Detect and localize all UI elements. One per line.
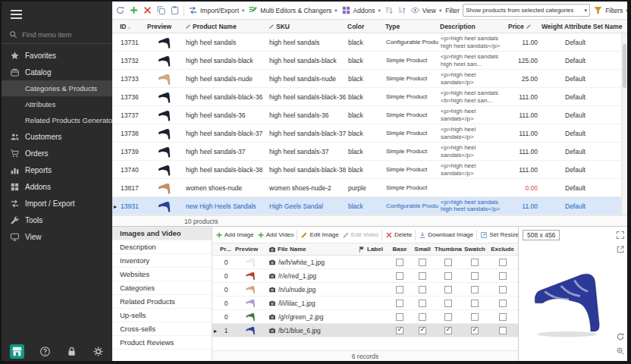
thumbnail-checkbox[interactable] [444, 286, 452, 293]
small-checkbox[interactable] [419, 259, 426, 266]
thumbnail-checkbox[interactable] [444, 327, 452, 334]
detail-tab[interactable]: Related Products [112, 295, 212, 309]
refresh-button[interactable] [115, 5, 125, 15]
delete-image-button[interactable]: Delete [385, 231, 412, 239]
table-row[interactable]: 13732 high heel sandals-black high heel … [112, 52, 627, 70]
thumbnail-checkbox[interactable] [444, 300, 452, 307]
column-header-color[interactable]: Color [346, 23, 384, 30]
column-header-position[interactable]: Pr... [218, 246, 234, 253]
table-row[interactable]: 13931 new High Heels Sandals High Geels … [112, 197, 627, 215]
delete-product-button[interactable] [143, 5, 152, 15]
small-checkbox[interactable] [419, 313, 426, 321]
column-header-small[interactable]: Small [411, 246, 434, 253]
add-video-button[interactable]: Add Video [257, 231, 294, 239]
lock-icon[interactable] [66, 346, 77, 357]
swatch-checkbox[interactable] [471, 259, 479, 266]
fullscreen-icon[interactable] [616, 231, 625, 240]
view-menu[interactable]: View [410, 5, 442, 15]
swatch-checkbox[interactable] [471, 327, 479, 334]
base-checkbox[interactable] [396, 300, 403, 307]
image-row[interactable]: 0 /l/i/lilac_1.jpg [212, 297, 518, 310]
add-image-button[interactable]: Add Image [215, 231, 254, 239]
set-resize-rule-button[interactable]: Set Resize Rule [480, 231, 518, 239]
sort-descending-button[interactable] [397, 6, 407, 15]
vertical-scrollbar[interactable] [621, 33, 627, 215]
thumbnail-checkbox[interactable] [444, 259, 452, 266]
detail-tab[interactable]: Images and Video [112, 227, 212, 240]
column-header-swatch[interactable]: Swatch [463, 246, 487, 253]
table-row[interactable]: 13739 high heel sandals-37 high heel san… [112, 143, 627, 161]
image-row[interactable]: 0 /n/u/nude.jpg [212, 283, 518, 297]
base-checkbox[interactable] [396, 272, 403, 280]
swatch-checkbox[interactable] [471, 286, 479, 293]
small-checkbox[interactable] [419, 327, 426, 334]
thumbnail-checkbox[interactable] [444, 272, 452, 280]
multi-editors-menu[interactable]: Multi Editors & Changers [248, 5, 337, 15]
hamburger-menu-icon[interactable] [2, 2, 112, 26]
scrollbar-thumb[interactable] [623, 44, 626, 88]
add-product-button[interactable] [129, 5, 139, 15]
import-export-menu[interactable]: Import/Export [188, 5, 244, 15]
category-filter-select[interactable]: Show products from selected categories [463, 4, 590, 17]
detail-tab[interactable]: Product Reviews [112, 336, 212, 350]
edit-image-button[interactable]: Edit Image [300, 231, 338, 239]
column-header-id[interactable]: ID [118, 23, 146, 30]
column-header-attribute-set[interactable]: Attribute Set Name [563, 23, 627, 30]
table-row[interactable]: 13738 high heel sandals-black-37 high he… [112, 124, 627, 143]
table-row[interactable]: 13740 high heel sandals-black-38 high he… [112, 161, 627, 179]
table-row[interactable]: 13733 high heel sandals-nude high heel s… [112, 70, 627, 88]
exclude-checkbox[interactable] [499, 259, 507, 266]
exclude-checkbox[interactable] [499, 300, 507, 307]
column-header-type[interactable]: Type [384, 23, 438, 30]
column-header-label[interactable]: Label [356, 246, 388, 253]
swatch-checkbox[interactable] [471, 313, 479, 321]
copy-button[interactable] [156, 5, 166, 15]
edit-video-button[interactable]: Edit Video [342, 231, 378, 239]
paste-button[interactable] [170, 5, 180, 15]
sidebar-item[interactable]: Catalog [2, 64, 112, 80]
menu-search-input[interactable] [22, 30, 105, 39]
detail-tab[interactable]: Description [112, 240, 212, 254]
base-checkbox[interactable] [396, 286, 403, 293]
sidebar-item[interactable]: Orders [2, 145, 112, 162]
help-icon[interactable] [39, 346, 51, 357]
sidebar-item[interactable]: Favorites [2, 47, 112, 64]
table-row[interactable]: 13737 high heel sandals-36 high heel san… [112, 106, 627, 124]
image-row[interactable]: 0 /r/e/red_1.jpg [212, 269, 518, 283]
sidebar-item[interactable]: View [2, 228, 112, 245]
store-icon[interactable] [10, 344, 24, 359]
column-header-weight[interactable]: Weight [540, 23, 563, 30]
detail-tab[interactable]: Websites [112, 268, 212, 281]
column-header-file-name[interactable]: File Name [267, 246, 356, 253]
small-checkbox[interactable] [419, 286, 426, 293]
exclude-checkbox[interactable] [499, 313, 507, 321]
sidebar-item[interactable]: Customers [2, 128, 112, 145]
addons-menu[interactable]: Addons [341, 5, 381, 15]
column-header-sku[interactable]: SKU [267, 23, 346, 30]
thumbnail-checkbox[interactable] [444, 313, 452, 321]
exclude-checkbox[interactable] [499, 327, 507, 334]
exclude-checkbox[interactable] [499, 286, 507, 293]
image-row[interactable]: 0 /g/r/green_2.jpg [212, 310, 518, 324]
table-row[interactable]: 13817 women shoes-nude women shoes-nude-… [112, 179, 627, 197]
detail-tab[interactable]: Cross-sells [112, 322, 212, 336]
base-checkbox[interactable] [396, 327, 403, 334]
detail-tab[interactable]: Up-sells [112, 309, 212, 322]
small-checkbox[interactable] [419, 300, 426, 307]
sidebar-item[interactable]: Tools [2, 212, 112, 228]
base-checkbox[interactable] [396, 259, 403, 266]
column-header-price[interactable]: Price [507, 23, 540, 30]
open-external-icon[interactable] [616, 245, 625, 254]
column-header-exclude[interactable]: Exclude [487, 246, 518, 253]
column-header-image-preview[interactable]: Preview [234, 246, 267, 253]
image-row[interactable]: 0 /w/h/white_1.jpg [212, 256, 518, 269]
sort-ascending-button[interactable] [385, 6, 394, 15]
detail-tab[interactable]: Categories [112, 281, 212, 295]
swatch-checkbox[interactable] [471, 272, 479, 280]
column-header-preview[interactable]: Preview [146, 23, 184, 30]
column-header-thumbnail[interactable]: Thumbna [434, 246, 463, 253]
column-header-base[interactable]: Base [388, 246, 411, 253]
small-checkbox[interactable] [419, 272, 426, 280]
table-row[interactable]: 13736 high heel sandals-black-36 high he… [112, 88, 627, 106]
exclude-checkbox[interactable] [499, 272, 507, 280]
